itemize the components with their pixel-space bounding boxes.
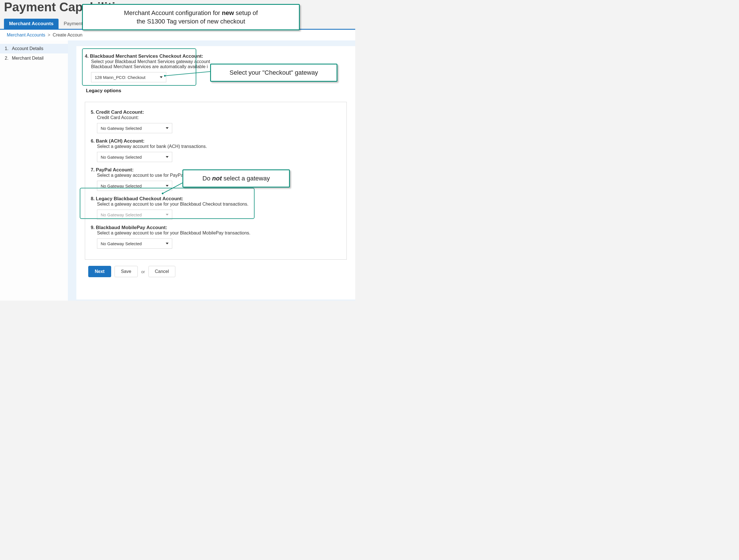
field-mobilepay-account: 9. Blackbaud MobilePay Account: Select a…	[91, 225, 341, 249]
legacy-options-title: Legacy options	[86, 88, 123, 94]
action-bar: Next Save or Cancel	[88, 266, 347, 277]
select-bbms-checkout[interactable]: 128 Mann_PCO: Checkout	[91, 72, 166, 82]
sidebar-item-num: 1.	[4, 46, 8, 51]
field-title: Blackbaud MobilePay Account:	[96, 225, 167, 230]
annotation-checkout-gateway: Select your "Checkout" gateway	[210, 63, 337, 82]
select-value: 128 Mann_PCO: Checkout	[95, 75, 145, 80]
select-value: No Gateway Selected	[101, 213, 142, 217]
field-number: 5.	[91, 110, 95, 115]
annotation-text: the S1300 Tag version of new checkout	[89, 17, 293, 26]
cancel-button[interactable]: Cancel	[148, 266, 176, 277]
select-credit-card[interactable]: No Gateway Selected	[97, 123, 172, 133]
breadcrumb: Merchant Accounts > Create Accoun	[0, 30, 355, 40]
chevron-down-icon	[166, 243, 169, 244]
annotation-bold: new	[222, 9, 234, 16]
annotation-do-not-select: Do not select a gateway	[182, 169, 290, 187]
annotation-text: Merchant Account configuration for	[124, 9, 222, 16]
field-number: 7.	[91, 167, 95, 172]
chevron-down-icon	[160, 77, 163, 78]
breadcrumb-link-merchant-accounts[interactable]: Merchant Accounts	[7, 32, 45, 37]
annotation-text: Select your "Checkout" gateway	[230, 69, 318, 76]
field-desc: Select a gateway account to use for your…	[97, 231, 341, 236]
field-title: Bank (ACH) Account:	[96, 138, 145, 144]
select-value: No Gateway Selected	[101, 155, 142, 159]
annotation-italic: not	[212, 175, 222, 182]
field-number: 8.	[91, 196, 95, 201]
sidebar-item-label: Merchant Detail	[12, 56, 43, 61]
field-desc: Select a gateway account for bank (ACH) …	[97, 144, 341, 149]
or-text: or	[141, 269, 145, 274]
field-desc: Credit Card Account:	[97, 115, 341, 120]
select-bank-ach[interactable]: No Gateway Selected	[97, 152, 172, 162]
field-title: Blackbaud Merchant Services Checkout Acc…	[90, 53, 203, 59]
annotation-text: Do	[202, 175, 212, 182]
chevron-down-icon	[166, 214, 169, 216]
chevron-down-icon	[166, 185, 169, 187]
annotation-text: select a gateway	[222, 175, 270, 182]
field-number: 6.	[91, 139, 95, 143]
field-desc: Select a gateway account to use for your…	[97, 202, 341, 207]
chevron-down-icon	[166, 127, 169, 129]
field-credit-card-account: 5. Credit Card Account: Credit Card Acco…	[91, 110, 341, 133]
select-legacy-checkout[interactable]: No Gateway Selected	[97, 209, 172, 220]
select-value: No Gateway Selected	[101, 183, 142, 188]
select-paypal[interactable]: No Gateway Selected	[97, 181, 172, 191]
annotation-top: Merchant Account configuration for new s…	[82, 4, 300, 30]
field-number: 4.	[85, 54, 89, 58]
tab-merchant-accounts[interactable]: Merchant Accounts	[4, 19, 58, 29]
sidebar-item-merchant-detail[interactable]: 2. Merchant Detail	[0, 53, 68, 63]
next-button[interactable]: Next	[88, 266, 111, 277]
field-bank-ach-account: 6. Bank (ACH) Account: Select a gateway …	[91, 138, 341, 162]
sidebar-item-num: 2.	[4, 56, 8, 61]
save-button[interactable]: Save	[115, 266, 138, 277]
annotation-text: setup of	[234, 9, 258, 16]
field-title: PayPal Account:	[96, 167, 134, 172]
field-title: Credit Card Account:	[96, 110, 144, 115]
sidebar-item-account-details[interactable]: 1. Account Details	[0, 44, 68, 53]
field-legacy-checkout-account: 8. Legacy Blackbaud Checkout Account: Se…	[91, 196, 341, 220]
breadcrumb-current: Create Accoun	[52, 32, 82, 37]
chevron-down-icon	[166, 156, 169, 158]
sidebar: 1. Account Details 2. Merchant Detail	[0, 40, 68, 301]
select-mobilepay[interactable]: No Gateway Selected	[97, 239, 172, 249]
breadcrumb-sep: >	[47, 32, 51, 37]
field-title: Legacy Blackbaud Checkout Account:	[96, 196, 183, 201]
sidebar-item-label: Account Details	[12, 46, 43, 51]
select-value: No Gateway Selected	[101, 126, 142, 131]
field-number: 9.	[91, 225, 95, 230]
select-value: No Gateway Selected	[101, 241, 142, 246]
